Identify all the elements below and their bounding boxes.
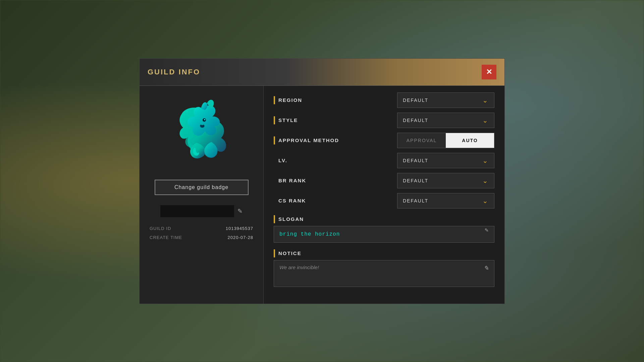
style-dropdown[interactable]: DEFAULT ⌄ <box>397 113 494 128</box>
region-row: REGION DEFAULT ⌄ <box>274 93 494 108</box>
br-rank-dropdown[interactable]: DEFAULT ⌄ <box>397 173 494 188</box>
guild-name-edit-icon[interactable]: ✎ <box>237 207 243 215</box>
guild-id-label: GUILD ID <box>150 226 171 231</box>
notice-section: NOTICE We are invincible! ✎ <box>274 247 494 287</box>
guild-name-row: ✎ <box>146 205 257 217</box>
lv-chevron-icon: ⌄ <box>482 157 489 165</box>
guild-id-value: 1013945537 <box>226 226 253 231</box>
slogan-input[interactable]: bring the horizon ✎ <box>274 226 494 243</box>
left-panel: Change guild badge ✎ GUILD ID 1013945537… <box>140 86 264 304</box>
notice-edit-icon[interactable]: ✎ <box>484 264 489 272</box>
create-time-row: CREATE TIME 2020-07-28 <box>146 233 257 242</box>
lv-dropdown[interactable]: DEFAULT ⌄ <box>397 153 494 168</box>
approval-toggle: APPROVAL AUTO <box>397 133 494 148</box>
br-rank-chevron-icon: ⌄ <box>482 177 489 185</box>
style-chevron-icon: ⌄ <box>482 116 489 124</box>
create-time-value: 2020-07-28 <box>228 235 254 240</box>
change-badge-button[interactable]: Change guild badge <box>155 180 249 195</box>
notice-header: NOTICE <box>274 249 494 257</box>
approval-method-label: APPROVAL METHOD <box>274 136 339 144</box>
slogan-section: SLOGAN bring the horizon ✎ <box>274 213 494 243</box>
approval-method-row: APPROVAL METHOD APPROVAL AUTO <box>274 133 494 148</box>
region-chevron-icon: ⌄ <box>482 96 489 104</box>
approval-method-accent <box>274 136 275 144</box>
approval-option-manual[interactable]: APPROVAL <box>397 133 446 148</box>
br-rank-row: BR RANK DEFAULT ⌄ <box>274 173 494 188</box>
modal-title: GUILD INFO <box>148 68 200 76</box>
close-icon: ✕ <box>486 68 492 76</box>
style-label: STYLE <box>274 116 298 124</box>
cs-rank-chevron-icon: ⌄ <box>482 197 489 205</box>
slogan-header: SLOGAN <box>274 215 494 223</box>
br-rank-label: BR RANK <box>274 178 306 183</box>
notice-input[interactable]: We are invincible! ✎ <box>274 260 494 287</box>
slogan-edit-icon[interactable]: ✎ <box>485 226 489 234</box>
region-dropdown[interactable]: DEFAULT ⌄ <box>397 93 494 108</box>
modal-body: Change guild badge ✎ GUILD ID 1013945537… <box>140 86 504 304</box>
guild-badge-container <box>161 93 242 173</box>
slogan-accent <box>274 215 275 223</box>
notice-accent <box>274 249 275 257</box>
region-accent <box>274 96 275 104</box>
cs-rank-label: CS RANK <box>274 198 306 203</box>
lv-label: LV. <box>274 158 287 163</box>
style-row: STYLE DEFAULT ⌄ <box>274 113 494 128</box>
modal-header: GUILD INFO ✕ <box>140 59 504 86</box>
guild-badge-svg <box>165 96 238 170</box>
region-label: REGION <box>274 96 302 104</box>
svg-point-1 <box>204 119 205 120</box>
guild-id-row: GUILD ID 1013945537 <box>146 224 257 233</box>
guild-info-modal: GUILD INFO ✕ <box>139 58 505 304</box>
guild-name-bar <box>160 205 234 217</box>
approval-option-auto[interactable]: AUTO <box>446 133 494 148</box>
cs-rank-dropdown[interactable]: DEFAULT ⌄ <box>397 193 494 208</box>
right-panel: REGION DEFAULT ⌄ STYLE DEFAULT ⌄ <box>264 86 504 304</box>
style-accent <box>274 116 275 124</box>
guild-info-table: GUILD ID 1013945537 CREATE TIME 2020-07-… <box>146 224 257 242</box>
close-button[interactable]: ✕ <box>482 65 496 79</box>
cs-rank-row: CS RANK DEFAULT ⌄ <box>274 193 494 208</box>
create-time-label: CREATE TIME <box>150 235 182 240</box>
lv-row: LV. DEFAULT ⌄ <box>274 153 494 168</box>
